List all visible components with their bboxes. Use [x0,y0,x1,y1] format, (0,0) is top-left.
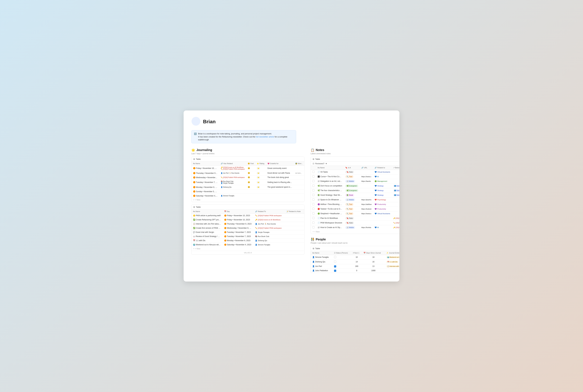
notes-subtitle: Latest unreviewed notes [311,152,399,155]
cell-url [360,188,373,193]
cell-day: 🟠 Tuesday • November 7, 2023 [223,234,254,238]
table-row[interactable]: 🟡 PKM article is performing well! 🟠 Frid… [191,214,304,218]
cell-name: 🔴 Todoist • To-Do List to Organize Work … [316,207,344,211]
cell-related: ✏️ [23Q4] Publish PKM workspace [219,175,246,180]
cell-name: 🟠 Friday • November 10, 2023 [191,166,219,171]
cell-related: ✏️ [23Q4] Publish PKM workspace [254,226,285,230]
cell-day: 🟠 Friday • November 10, 2023 [223,218,254,222]
table-row[interactable]: 📋 Interview with Jon Perl about QA 🟠 Thu… [191,222,304,226]
row-checkbox[interactable] [312,175,314,178]
cell-belongs: 📘 Good Strategy / Bad Strategy [393,185,399,187]
table-row[interactable]: 📰 How to Create an AI Style Guide 📰 Arti… [311,225,399,230]
row-checkbox[interactable] [312,217,314,219]
cell-name: 👤 John Pebbelton [311,268,332,273]
table-row[interactable]: 🌿 The four characteristics of bad strate… [311,188,399,193]
cell-day: 🟠 Thursday • November 9, 2023 [223,222,254,226]
cell-belongs [392,198,399,202]
col-days: 📅 Days Since Journal [362,251,385,255]
row-checkbox[interactable] [312,203,314,205]
table-row[interactable]: 🟣 Akiflow • Time-Blocking Digital Planne… [311,202,399,207]
col-worry: 😰 Worr... [294,162,304,166]
table-row[interactable]: 🔴 Todoist • To-Do List to Organize Work … [311,207,399,211]
table-row[interactable]: 🟠 Wednesday • November 8, 2023 ✏️ [23Q4]… [191,175,304,180]
col2-related-note: 📝 Related to Note [285,210,304,214]
cell-belongs [392,207,399,211]
cell-status: ✓ [332,268,351,273]
table-row[interactable]: 📰 Delegation is an Art, not a Science 💬2… [311,179,399,184]
table-row[interactable]: 📄 PKM Workspace Structure 🔖 Note ✏️ [23Q… [311,220,399,225]
table-row[interactable]: ✅ Create first version of PKM workspace … [191,226,304,230]
cell-status [332,255,351,260]
type-tag: 🔖 Note [345,217,354,220]
cell-name: 🌿 The four characteristics of bad strate… [316,188,344,193]
notes-new-button[interactable]: + + New [311,230,399,234]
cell-url [360,216,373,220]
row-checkbox[interactable] [312,180,314,182]
row-checkbox[interactable] [312,208,314,210]
table-1-label: Table [196,158,201,160]
table-row[interactable]: 🌍 Weekend out in Abruzzo with friends 🟠 … [191,242,304,247]
journal-new-button[interactable]: + + New [191,198,304,202]
cell-related: 👤 Simone Faraglia [219,194,246,198]
cell-related [373,216,392,220]
cell-name: 🟣 Akiflow • Time-Blocking Digital Planne… [316,202,344,207]
plus-icon: + [193,199,194,201]
table-row[interactable]: 🟢 Shepherd • Headhunter Agency for Overs… [311,211,399,216]
cell-belongs: 📘 Good S... [393,194,399,196]
table-row[interactable]: 📅 1:1 with Dis 🟠 Monday • November 6, 20… [191,238,304,242]
table-row[interactable]: 🟠 Tuesday • November 7, 2023 📚 Run Book … [191,180,304,185]
cell-url [360,193,373,198]
header: 🧠 Brian [191,117,392,126]
table-row[interactable]: ⬛ Cursor • The AI-first Code Editor 🔧 To… [311,174,399,179]
table-row[interactable]: 📄 VA Tasks 🔖 Note 💙 Virtual Assistants [311,170,399,174]
row-checkbox[interactable] [312,171,314,173]
table-row[interactable]: 👤 Jon Perl ✓ 180 13 📋 Interview with Jon… [311,264,399,268]
table-row[interactable]: 📰 Space to Do Whatever 💬1 📰 Article http… [311,198,399,202]
cell-note [285,230,304,234]
cell-name: 📋 Interview with Jon Perl about QA [191,222,223,226]
cell-belongs [392,170,399,174]
notes-section: 📋 Notes Latest unreviewed notes ⊞ Table … [311,148,399,234]
people-icon: 🧑‍🤝‍🧑 [311,238,314,241]
table-row[interactable]: 🟠 Saturday • November 4, 2023 👤 Simone F… [191,194,304,198]
table-row[interactable]: 🌿 Don't focus on competition 🌿 Evergreen… [311,184,399,188]
table-row[interactable]: 🟠 Thursday • November 9, 2023 👤 Jon Perl… [191,171,304,175]
table-row[interactable]: 🟠 Sunday • November 5, 2023 [191,189,304,194]
cell-related: ❤️ Psychology [375,199,386,200]
row-checkbox[interactable] [312,194,314,196]
events-new-button[interactable]: + + New [191,247,304,251]
cell-related: 💙 Strategy [375,194,383,196]
cell-name: 🟠 Monday • November 6, 2023 [191,185,219,189]
cell-belongs: 📘 Good Strategy / Bad Strategy [393,190,399,192]
row-checkbox[interactable] [312,184,314,187]
row-checkbox[interactable] [312,222,314,224]
col-isa: 🔖 Is A [344,166,360,170]
newsletter-link[interactable]: full newsletter article [256,136,274,138]
table-row[interactable]: 👤 John Pebbelton ✓ 0 1000 [311,268,399,273]
row-checkbox[interactable] [312,189,314,192]
cell-grateful: The book club doing great [266,175,294,180]
table-row[interactable]: 📄 Plan for AI Workflows 🔖 Note 🔑 [23Q4] … [311,216,399,220]
table-row[interactable]: 📖 Review of Good Strategy / Bad Strategy… [191,234,304,238]
cell-name: 🟠 Saturday • November 4, 2023 [191,194,219,198]
table-row[interactable]: 📗 Good Strategy / Bad Strategy 💬1 📗 Book… [311,193,399,198]
cell-grateful: Good dinner out with Flavia [266,171,294,175]
table-row[interactable]: 🟠 Friday • November 10, 2023 🔑 [23Q4] In… [191,166,304,171]
row-checkbox[interactable] [312,212,314,214]
row-checkbox[interactable] [312,226,314,228]
row-checkbox[interactable] [312,198,314,200]
people-title: 🧑‍🤝‍🧑 People [311,238,399,241]
table-row[interactable]: 🟠 Monday • November 6, 2023 👤 Disheng Qi… [191,185,304,189]
main-grid: 🌟 Journaling Last 7 days + journal entri… [191,148,392,275]
type-tag: 🔧 Tool [345,208,353,210]
table-row[interactable]: 👤 Simone Faraglia 10 18 🌍 Weekend out in… [311,255,399,260]
right-column: 📋 Notes Latest unreviewed notes ⊞ Table … [311,148,399,275]
table-row[interactable]: 💬 Good chat with Sergio 🟠 Tuesday • Nove… [191,230,304,234]
reviewed-filter[interactable]: ☑ Reviewed? ▼ [311,162,399,166]
cell-name: 🟡 PKM article is performing well! [191,214,223,218]
table-row[interactable]: ✅ Create Refactoring GPT prototype 🟠 Fri… [191,218,304,222]
cell-related: 👤 Sergio Panagia [254,230,285,234]
cell-name: 💬 Good chat with Sergio [191,230,223,234]
table-row[interactable]: 👤 Disheng Qiu 14 16 📅 1:1 with Dis [311,260,399,264]
cell-feel: 😊 [246,171,255,175]
